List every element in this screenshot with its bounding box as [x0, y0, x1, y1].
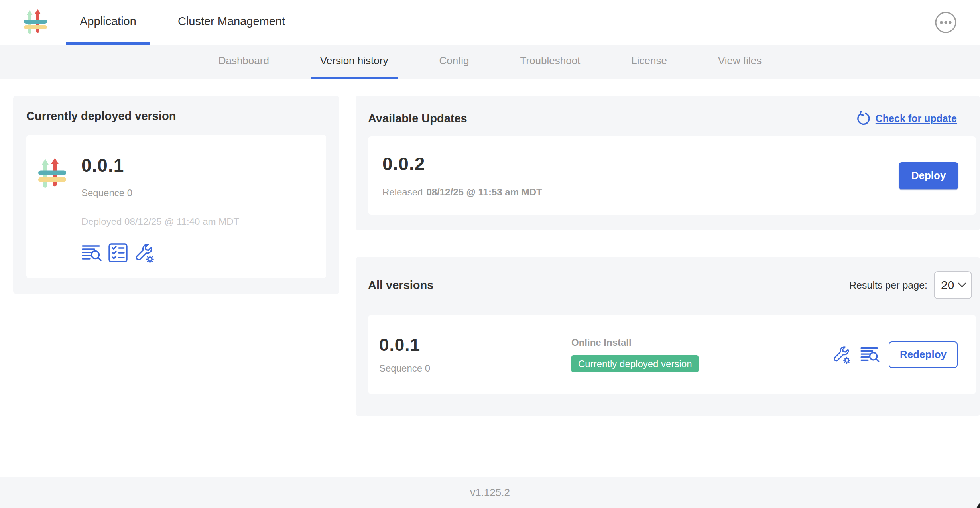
subnav-tab-config[interactable]: Config — [429, 45, 478, 79]
subnav-tab-troubleshoot-label: Troubleshoot — [520, 55, 581, 67]
app-subnav: Dashboard Version history Config Trouble… — [0, 45, 980, 79]
subnav-tab-config-label: Config — [439, 55, 469, 67]
edit-config-icon[interactable] — [134, 242, 155, 263]
app-logo — [0, 0, 47, 45]
right-column: Available Updates Check for update 0.0.2… — [356, 96, 980, 416]
subnav-tab-version-history[interactable]: Version history — [311, 45, 398, 79]
top-nav-bar: Application Cluster Management — [0, 0, 980, 45]
update-released-line: Released08/12/25 @ 11:53 am MDT — [382, 187, 542, 198]
subnav-tab-dashboard-label: Dashboard — [218, 55, 269, 67]
results-per-page-select[interactable]: 20 — [934, 271, 972, 299]
primary-nav-tabs: Application Cluster Management — [66, 0, 313, 45]
deployed-version-info: 0.0.1 Sequence 0 Deployed 08/12/25 @ 11:… — [81, 155, 239, 263]
edit-config-icon[interactable] — [832, 345, 851, 364]
version-row-actions: Redeploy — [832, 341, 966, 368]
version-row-info: 0.0.1 Sequence 0 — [379, 335, 571, 374]
nav-tab-cluster-management[interactable]: Cluster Management — [164, 0, 299, 45]
currently-deployed-card: Currently deployed version 0.0.1 Sequenc… — [13, 96, 339, 294]
version-row-number: 0.0.1 — [379, 335, 571, 355]
preflight-checks-icon[interactable] — [108, 243, 128, 263]
ellipsis-icon — [935, 11, 957, 33]
update-row: 0.0.2 Released08/12/25 @ 11:53 am MDT De… — [368, 136, 976, 215]
subnav-tab-view-files[interactable]: View files — [708, 45, 771, 79]
deployed-card-title: Currently deployed version — [26, 110, 326, 123]
deployed-timestamp: Deployed 08/12/25 @ 11:40 am MDT — [81, 216, 239, 227]
check-for-update-label: Check for update — [876, 113, 957, 124]
subnav-tab-view-files-label: View files — [718, 55, 762, 67]
update-version-number: 0.0.2 — [382, 153, 542, 175]
subnav-tab-version-history-label: Version history — [320, 55, 388, 67]
deployed-version-panel: 0.0.1 Sequence 0 Deployed 08/12/25 @ 11:… — [26, 135, 326, 278]
available-updates-card: Available Updates Check for update 0.0.2… — [356, 96, 980, 230]
version-history-page: Currently deployed version 0.0.1 Sequenc… — [0, 79, 980, 477]
chevron-down-icon — [958, 282, 966, 288]
release-notes-icon[interactable] — [860, 346, 880, 363]
check-for-update-link[interactable]: Check for update — [856, 111, 957, 126]
results-per-page: Results per page: 20 — [849, 271, 972, 299]
deploy-button[interactable]: Deploy — [899, 162, 958, 189]
deployed-sequence: Sequence 0 — [81, 187, 239, 199]
results-per-page-value: 20 — [941, 278, 954, 292]
release-notes-icon[interactable] — [81, 244, 102, 262]
deployed-actions — [81, 242, 239, 263]
app-logo-icon — [24, 9, 47, 35]
released-prefix: Released — [382, 187, 423, 197]
nav-tab-application-label: Application — [80, 15, 136, 28]
subnav-tab-troubleshoot[interactable]: Troubleshoot — [511, 45, 590, 79]
subnav-tab-license-label: License — [631, 55, 667, 67]
mouse-cursor — [976, 502, 980, 508]
app-logo-icon — [38, 155, 66, 193]
subnav-tab-license[interactable]: License — [622, 45, 677, 79]
subnav-tab-dashboard[interactable]: Dashboard — [209, 45, 279, 79]
version-row-status: Online Install Currently deployed versio… — [571, 337, 832, 372]
footer: v1.125.2 — [0, 477, 980, 508]
version-row: 0.0.1 Sequence 0 Online Install Currentl… — [368, 315, 976, 394]
all-versions-card: All versions Results per page: 20 0.0.1 … — [356, 257, 980, 416]
currently-deployed-badge: Currently deployed version — [571, 355, 699, 372]
console-version: v1.125.2 — [470, 486, 510, 499]
update-info: 0.0.2 Released08/12/25 @ 11:53 am MDT — [382, 153, 542, 198]
deployed-version-number: 0.0.1 — [81, 155, 239, 176]
install-type-label: Online Install — [571, 337, 832, 348]
redeploy-button[interactable]: Redeploy — [889, 341, 958, 368]
released-timestamp: 08/12/25 @ 11:53 am MDT — [426, 187, 542, 197]
nav-tab-application[interactable]: Application — [66, 0, 150, 45]
available-updates-title: Available Updates — [368, 112, 467, 125]
all-versions-title: All versions — [368, 279, 433, 292]
refresh-icon — [856, 111, 871, 126]
version-row-sequence: Sequence 0 — [379, 363, 571, 374]
ellipsis-menu-button[interactable] — [935, 11, 957, 33]
nav-tab-cluster-management-label: Cluster Management — [178, 15, 285, 28]
results-per-page-label: Results per page: — [849, 280, 927, 291]
